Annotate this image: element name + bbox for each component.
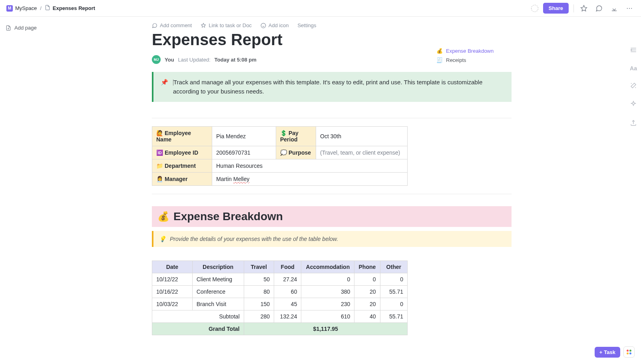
money-icon: 💲 xyxy=(280,130,287,136)
dept-label: Department xyxy=(165,163,196,169)
section-title: Expense Breakdown xyxy=(173,210,283,223)
dept-value[interactable]: Human Resources xyxy=(212,159,408,172)
purpose-value[interactable]: (Travel, team, or client expense) xyxy=(316,146,408,159)
moneybag-icon: 💰 xyxy=(436,48,443,54)
add-icon-button[interactable]: Add icon xyxy=(261,22,289,28)
pay-period-value[interactable]: Oct 30th xyxy=(316,126,408,146)
indent-icon[interactable] xyxy=(627,44,639,57)
share-button[interactable]: Share xyxy=(543,3,569,14)
mgr-value[interactable]: Martin Melley xyxy=(212,172,408,185)
mgr-label: Manager xyxy=(165,176,188,182)
grand-total-row: Grand Total $1,117.95 xyxy=(152,322,408,335)
purpose-label: Purpose xyxy=(289,149,311,156)
workspace-icon[interactable]: M xyxy=(6,5,13,12)
col-desc: Description xyxy=(192,261,244,273)
sparkle-icon[interactable] xyxy=(627,98,639,111)
download-icon[interactable] xyxy=(609,3,619,14)
breadcrumb-doc[interactable]: Expenses Report xyxy=(53,5,95,11)
updated-label: Last Updated: xyxy=(178,57,211,63)
svg-point-6 xyxy=(261,23,266,28)
breadcrumb-sep: / xyxy=(39,5,42,11)
svg-point-1 xyxy=(627,8,628,8)
outline-panel: 💰 Expense Breakdown 🧾 Receipts xyxy=(436,46,494,65)
table-row[interactable]: 10/12/22Client Meeting 5027.24 000 xyxy=(152,273,408,285)
apps-icon xyxy=(627,350,631,354)
more-icon[interactable] xyxy=(624,3,635,14)
author-label: You xyxy=(165,57,174,63)
thought-icon: 💭 xyxy=(280,149,287,156)
emp-name-value[interactable]: Pia Mendez xyxy=(212,126,276,146)
tip-callout[interactable]: 💡 Provide the details of your expenses w… xyxy=(152,231,512,247)
pin-icon: 📌 xyxy=(161,78,168,96)
breadcrumb-workspace[interactable]: MySpace xyxy=(15,5,37,11)
add-comment-button[interactable]: Add comment xyxy=(152,22,192,28)
divider-line-2 xyxy=(152,194,512,194)
emp-id-label: Employee ID xyxy=(165,149,198,156)
settings-button[interactable]: Settings xyxy=(297,22,316,28)
section-header[interactable]: 💰 Expense Breakdown xyxy=(152,206,512,227)
export-icon[interactable] xyxy=(627,117,639,130)
callout-text: Track and manage all your expenses with … xyxy=(173,78,504,96)
add-page-button[interactable]: Add page xyxy=(4,25,76,31)
folder-icon: 📁 xyxy=(156,163,163,169)
svg-point-3 xyxy=(631,8,632,8)
link-task-button[interactable]: Link to task or Doc xyxy=(201,22,252,28)
plus-icon: + xyxy=(599,349,603,355)
receipt-icon: 🧾 xyxy=(436,57,443,63)
status-icon[interactable] xyxy=(531,5,538,12)
tip-text: Provide the details of your expenses wit… xyxy=(170,236,338,242)
manager-icon: 👩‍💼 xyxy=(156,176,163,182)
table-row[interactable]: 10/03/22Branch Visit 15045 230200 xyxy=(152,298,408,310)
expense-table[interactable]: Date Description Travel Food Accommodati… xyxy=(152,261,408,335)
add-icon-label: Add icon xyxy=(269,22,289,28)
add-comment-label: Add comment xyxy=(160,22,192,28)
emp-id-value[interactable]: 20056970731 xyxy=(212,146,276,159)
svg-point-2 xyxy=(629,8,630,8)
typography-icon[interactable]: Aa xyxy=(627,63,639,74)
subtotal-row: Subtotal 280132.24 6104055.71 xyxy=(152,310,408,322)
svg-marker-0 xyxy=(581,5,587,11)
avatar[interactable]: MJ xyxy=(152,55,161,64)
main-content: Add comment Link to task or Doc Add icon… xyxy=(152,17,512,364)
link-task-label: Link to task or Doc xyxy=(209,22,252,28)
outline-item-receipts[interactable]: 🧾 Receipts xyxy=(436,56,494,65)
doc-actions: Add comment Link to task or Doc Add icon… xyxy=(152,22,512,28)
col-other: Other xyxy=(380,261,408,273)
right-rail: Aa xyxy=(627,44,639,130)
table-header-row: Date Description Travel Food Accommodati… xyxy=(152,261,408,273)
add-page-label: Add page xyxy=(14,25,37,31)
breadcrumb: M MySpace / Expenses Report xyxy=(6,5,95,12)
bottom-buttons: +Task xyxy=(595,346,635,358)
person-icon: 🙋 xyxy=(156,130,163,136)
apps-button[interactable] xyxy=(623,346,635,358)
outline-item-expense[interactable]: 💰 Expense Breakdown xyxy=(436,46,494,56)
info-table[interactable]: 🙋Employee Name Pia Mendez 💲Pay Period Oc… xyxy=(152,126,408,186)
divider-line xyxy=(152,118,512,118)
divider xyxy=(573,4,574,12)
wand-icon[interactable] xyxy=(627,80,639,93)
col-accom: Accommodation xyxy=(301,261,354,273)
bulb-icon: 💡 xyxy=(159,236,166,242)
doc-icon xyxy=(45,5,50,12)
id-icon: 🆔 xyxy=(156,149,163,156)
comment-icon[interactable] xyxy=(594,3,604,14)
new-task-button[interactable]: +Task xyxy=(595,347,620,358)
star-icon[interactable] xyxy=(579,3,589,14)
moneybag-icon: 💰 xyxy=(157,211,169,222)
callout[interactable]: 📌 Track and manage all your expenses wit… xyxy=(152,72,512,102)
table-row[interactable]: 10/16/22Conference 8060 3802055.71 xyxy=(152,285,408,298)
col-date: Date xyxy=(152,261,193,273)
col-food: Food xyxy=(274,261,301,273)
left-panel: Add page xyxy=(0,17,80,364)
topbar-right: Share xyxy=(531,3,635,14)
topbar: M MySpace / Expenses Report Share xyxy=(0,0,641,17)
col-travel: Travel xyxy=(244,261,274,273)
col-phone: Phone xyxy=(354,261,380,273)
updated-time: Today at 5:08 pm xyxy=(215,57,257,63)
